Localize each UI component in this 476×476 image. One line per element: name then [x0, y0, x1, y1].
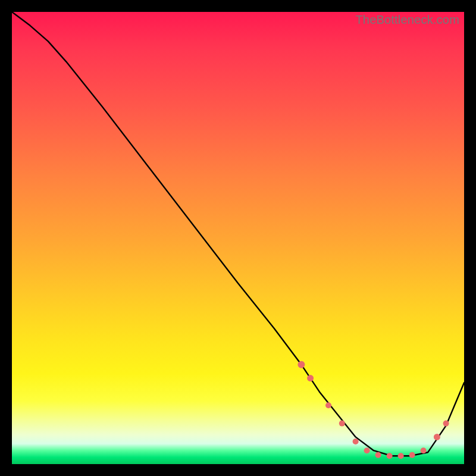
highlighted-point [307, 375, 314, 381]
chart-frame: TheBottleneck.com [12, 12, 464, 464]
highlighted-point [434, 434, 440, 440]
highlighted-points-group [298, 361, 449, 459]
highlighted-point [353, 439, 359, 444]
highlighted-point [298, 361, 305, 368]
highlighted-point [443, 421, 449, 427]
watermark-text: TheBottleneck.com [355, 13, 459, 27]
highlighted-point [398, 453, 404, 459]
highlighted-point [325, 402, 331, 408]
highlighted-point [364, 447, 370, 453]
bottleneck-curve-path [12, 12, 464, 456]
chart-svg [12, 12, 464, 464]
highlighted-point [339, 421, 345, 427]
highlighted-point [375, 452, 381, 458]
highlighted-point [387, 453, 393, 459]
highlighted-point [421, 447, 427, 453]
highlighted-point [409, 452, 415, 458]
